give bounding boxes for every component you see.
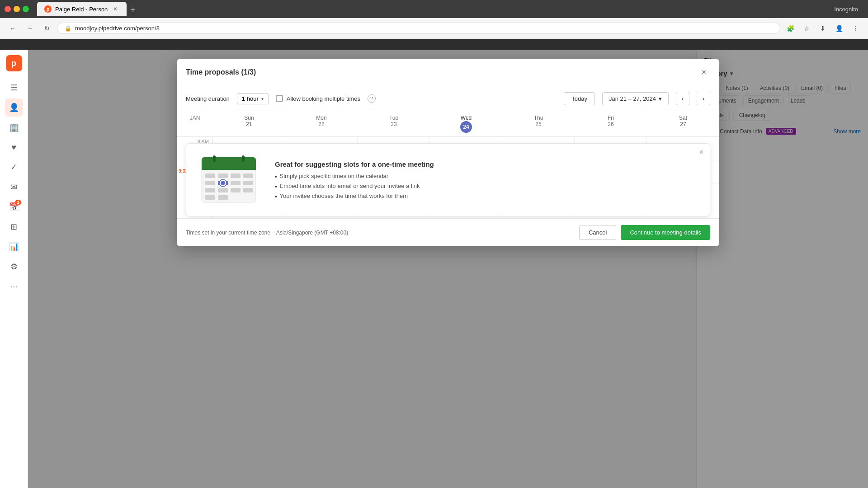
duration-arrow-icon: ▾ [261, 96, 264, 101]
checkbox-box [276, 95, 283, 102]
cal-day-wed-today: Wed24 [430, 111, 502, 136]
continue-to-meeting-btn[interactable]: Continue to meeting details [621, 225, 710, 240]
tooltip-content: Great for suggesting slots for a one-tim… [275, 160, 699, 200]
bullet-1: • [275, 173, 277, 180]
back-btn[interactable]: ← [5, 21, 20, 36]
allow-booking-checkbox[interactable]: Allow booking multiple times [276, 95, 360, 102]
minimize-window-btn[interactable] [14, 6, 20, 12]
svg-rect-6 [218, 174, 228, 178]
help-icon[interactable]: ? [368, 94, 376, 103]
timezone-text: Times set in your current time zone – As… [186, 230, 348, 236]
browser-tab[interactable]: p Paige Reid - Person ✕ [37, 2, 127, 16]
sidebar-item-settings[interactable]: ⚙ [5, 258, 23, 276]
date-range-btn[interactable]: Jan 21 – 27, 2024 ▾ [602, 92, 669, 105]
lock-icon: 🔒 [65, 25, 71, 32]
svg-rect-16 [243, 188, 253, 192]
svg-rect-15 [231, 188, 241, 192]
sidebar-item-calendar[interactable]: 📅 2 [5, 198, 23, 216]
next-week-btn[interactable]: › [697, 92, 710, 105]
calendar-badge: 2 [15, 200, 21, 205]
today-btn[interactable]: Today [564, 92, 595, 105]
svg-rect-9 [205, 181, 215, 185]
svg-rect-7 [231, 174, 241, 178]
tooltip-item-1-text: Simply pick specific times on the calend… [280, 173, 389, 179]
meeting-duration-label: Meeting duration [186, 95, 230, 102]
duration-select[interactable]: 1 hour ▾ [237, 93, 269, 104]
maximize-window-btn[interactable] [23, 6, 29, 12]
sidebar-item-activity[interactable]: ✓ [5, 158, 23, 176]
svg-rect-11 [231, 181, 241, 185]
date-range-arrow-icon: ▾ [659, 95, 662, 102]
downloads-btn[interactable]: ⬇ [816, 21, 830, 36]
month-label: JAN [177, 111, 213, 136]
new-tab-btn[interactable]: + [127, 4, 139, 16]
svg-rect-17 [205, 195, 215, 200]
cal-day-tue: Tue23 [358, 111, 430, 136]
calendar-area: JAN Sun21 Mon22 Tue23 Wed24 [177, 111, 719, 218]
svg-rect-14 [218, 188, 228, 192]
bullet-2: • [275, 183, 277, 190]
cancel-btn[interactable]: Cancel [579, 225, 616, 240]
sidebar-item-heart[interactable]: ♥ [5, 138, 23, 156]
tab-close-btn[interactable]: ✕ [111, 5, 119, 13]
cal-day-fri: Fri26 [575, 111, 647, 136]
refresh-btn[interactable]: ↻ [40, 21, 54, 36]
svg-rect-5 [205, 174, 215, 178]
tooltip-title: Great for suggesting slots for a one-tim… [275, 160, 699, 168]
svg-rect-2 [202, 166, 256, 170]
bookmark-btn[interactable]: ☆ [799, 21, 814, 36]
address-bar[interactable]: 🔒 moodjoy.pipedrive.com/person/8 [57, 23, 780, 34]
tooltip-list: • Simply pick specific times on the cale… [275, 173, 699, 200]
sidebar-item-dashboard[interactable]: ⊞ [5, 218, 23, 236]
tooltip-item-1: • Simply pick specific times on the cale… [275, 173, 699, 180]
modal-header: Time proposals (1/3) × [177, 59, 719, 86]
main-content: Files History ▾ All Notes (1) Activities… [28, 50, 868, 488]
calendar-illustration [197, 153, 260, 207]
svg-rect-12 [243, 181, 253, 185]
sidebar-item-chart[interactable]: 📊 [5, 238, 23, 256]
tooltip-item-3: • Your invitee chooses the time that wor… [275, 192, 699, 200]
logo-letter: p [11, 59, 16, 68]
svg-rect-4 [242, 155, 245, 162]
modal-overlay: Time proposals (1/3) × Meeting duration … [28, 50, 868, 488]
close-window-btn[interactable] [5, 6, 11, 12]
svg-rect-3 [213, 155, 216, 162]
cal-day-mon: Mon22 [285, 111, 358, 136]
allow-booking-label: Allow booking multiple times [287, 95, 360, 102]
modal-title: Time proposals (1/3) [186, 68, 256, 76]
cal-day-sun: Sun21 [213, 111, 285, 136]
url-text: moodjoy.pipedrive.com/person/8 [75, 25, 160, 32]
tooltip-close-btn[interactable]: × [699, 148, 703, 156]
svg-rect-8 [243, 174, 253, 178]
sidebar-item-person[interactable]: 👤 [5, 99, 23, 117]
extensions-btn[interactable]: 🧩 [783, 21, 797, 36]
sidebar-item-menu[interactable]: ☰ [5, 79, 23, 97]
app-sidebar: p ☰ 👤 🏢 ♥ ✓ ✉ 📅 2 ⊞ 📊 ⚙ ⋯ [0, 50, 28, 488]
sidebar-item-more[interactable]: ⋯ [5, 277, 23, 296]
modal-toolbar: Meeting duration 1 hour ▾ Allow booking … [177, 86, 719, 111]
modal-close-btn[interactable]: × [698, 66, 710, 79]
modal-footer: Times set in your current time zone – As… [177, 218, 719, 246]
sidebar-item-org[interactable]: 🏢 [5, 118, 23, 136]
sidebar-item-inbox[interactable]: ✉ [5, 178, 23, 196]
incognito-label: Incognito [834, 6, 858, 13]
profile-btn[interactable]: 👤 [832, 21, 846, 36]
app-logo[interactable]: p [6, 55, 22, 71]
forward-btn[interactable]: → [23, 21, 37, 36]
date-range-label: Jan 21 – 27, 2024 [609, 95, 656, 102]
svg-rect-13 [205, 188, 215, 192]
calendar-header: JAN Sun21 Mon22 Tue23 Wed24 [177, 111, 719, 137]
today-badge: 24 [460, 121, 472, 133]
time-proposals-modal: Time proposals (1/3) × Meeting duration … [177, 59, 719, 246]
tab-title: Paige Reid - Person [55, 6, 108, 13]
svg-point-20 [221, 181, 225, 185]
tooltip-item-2: • Embed time slots into email or send yo… [275, 183, 699, 190]
cal-day-sat: Sat27 [647, 111, 719, 136]
menu-btn[interactable]: ⋮ [848, 21, 863, 36]
svg-rect-18 [218, 195, 228, 200]
prev-week-btn[interactable]: ‹ [676, 92, 689, 105]
tooltip-panel: × [186, 143, 710, 216]
tab-favicon: p [44, 5, 52, 13]
bullet-3: • [275, 193, 277, 200]
tooltip-item-2-text: Embed time slots into email or send your… [280, 183, 420, 189]
